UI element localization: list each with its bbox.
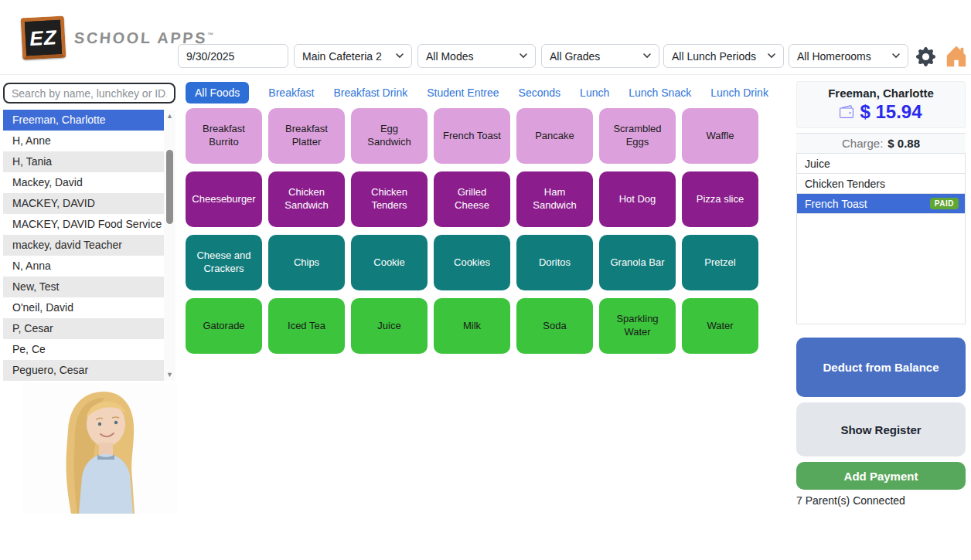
food-item-button[interactable]: Doritos bbox=[516, 235, 593, 290]
food-item-button[interactable]: Egg Sandwich bbox=[351, 108, 428, 164]
food-item-button[interactable]: Cheeseburger bbox=[186, 171, 262, 227]
order-item-name: Juice bbox=[805, 158, 959, 170]
logo-board-text: EZ bbox=[29, 25, 58, 51]
food-item-button[interactable]: Hot Dog bbox=[599, 171, 676, 227]
search-input[interactable] bbox=[3, 83, 175, 104]
student-list-item[interactable]: O'neil, David bbox=[3, 297, 164, 318]
charge-label: Charge: bbox=[842, 137, 883, 150]
food-item-button[interactable]: Scrambled Eggs bbox=[599, 108, 676, 164]
food-grid: Breakfast BurritoBreakfast PlatterEgg Sa… bbox=[186, 108, 758, 354]
food-item-button[interactable]: Pancake bbox=[516, 108, 593, 164]
food-item-button[interactable]: Ham Sandwich bbox=[516, 171, 593, 227]
food-item-button[interactable]: Cookie bbox=[351, 235, 428, 290]
student-list-item[interactable]: MACKEY, DAVID bbox=[3, 193, 164, 214]
selected-student-card: Freeman, Charlotte $ 15.94 bbox=[796, 81, 966, 128]
order-item-name: French Toast bbox=[805, 198, 930, 210]
student-list-scrollbar[interactable]: ▲ ▼ bbox=[164, 110, 175, 381]
food-item-button[interactable]: Chicken Tenders bbox=[351, 171, 428, 227]
order-list: JuiceChicken TendersFrench ToastPAID bbox=[796, 154, 966, 324]
chevron-down-icon bbox=[396, 53, 404, 59]
date-input[interactable] bbox=[178, 44, 288, 68]
student-photo bbox=[23, 382, 178, 514]
food-item-button[interactable]: Grilled Cheese bbox=[434, 171, 510, 227]
chevron-down-icon bbox=[520, 53, 527, 59]
grades-dropdown[interactable]: All Grades bbox=[541, 44, 659, 68]
chevron-down-icon bbox=[892, 53, 900, 59]
parents-connected-status: 7 Parent(s) Connected bbox=[796, 494, 905, 507]
student-list-item[interactable]: MACKEY, DAVID Food Service bbox=[3, 214, 164, 235]
student-list-item[interactable]: N, Anna bbox=[3, 256, 164, 277]
lunch-periods-dropdown[interactable]: All Lunch Periods bbox=[663, 44, 784, 68]
food-item-button[interactable]: Breakfast Platter bbox=[268, 108, 345, 164]
scroll-down-icon[interactable]: ▼ bbox=[164, 371, 175, 378]
food-item-button[interactable]: Pizza slice bbox=[682, 171, 758, 227]
student-list-item[interactable]: Freeman, Charlotte bbox=[3, 110, 164, 131]
food-item-button[interactable]: Chicken Sandwich bbox=[268, 171, 345, 227]
student-list-item[interactable]: New, Test bbox=[3, 277, 164, 297]
order-item[interactable]: French ToastPAID bbox=[797, 194, 965, 214]
student-list-item[interactable]: H, Tania bbox=[3, 151, 164, 172]
modes-dropdown[interactable]: All Modes bbox=[417, 44, 536, 68]
food-item-button[interactable]: Pretzel bbox=[682, 235, 758, 290]
food-item-button[interactable]: Breakfast Burrito bbox=[186, 108, 262, 164]
food-item-button[interactable]: Iced Tea bbox=[268, 298, 345, 354]
student-list-item[interactable]: P, Cesar bbox=[3, 318, 164, 339]
tab-lunch[interactable]: Lunch bbox=[580, 87, 609, 99]
order-item[interactable]: Chicken Tenders bbox=[797, 174, 965, 194]
tab-breakfast-drink[interactable]: Breakfast Drink bbox=[334, 87, 408, 99]
student-list-item[interactable]: Peguero, Cesar bbox=[3, 360, 164, 381]
food-item-button[interactable]: Chips bbox=[268, 235, 345, 290]
tab-breakfast[interactable]: Breakfast bbox=[268, 87, 314, 99]
tab-seconds[interactable]: Seconds bbox=[519, 87, 560, 99]
food-item-button[interactable]: Waffle bbox=[682, 108, 758, 164]
lunch-periods-dropdown-value: All Lunch Periods bbox=[672, 50, 756, 63]
charge-bar: Charge: $ 0.88 bbox=[796, 133, 966, 154]
scrollbar-thumb[interactable] bbox=[166, 150, 173, 224]
gear-icon[interactable] bbox=[916, 47, 935, 66]
chevron-down-icon bbox=[768, 53, 775, 59]
tab-lunch-snack[interactable]: Lunch Snack bbox=[629, 87, 691, 99]
order-item[interactable]: Juice bbox=[797, 154, 965, 174]
account-balance: $ 15.94 bbox=[860, 101, 922, 123]
student-list: Freeman, CharlotteH, AnneH, TaniaMackey,… bbox=[3, 110, 175, 381]
food-item-button[interactable]: Water bbox=[682, 298, 758, 354]
pos-app: EZ SCHOOL APPS™ Main Cafeteria 2 All Mod… bbox=[0, 0, 971, 560]
food-item-button[interactable]: Cheese and Crackers bbox=[186, 235, 262, 290]
order-item-name: Chicken Tenders bbox=[805, 178, 959, 190]
food-item-button[interactable]: Milk bbox=[434, 298, 510, 354]
charge-amount: $ 0.88 bbox=[888, 137, 920, 150]
wallet-icon bbox=[840, 105, 853, 119]
student-list-item[interactable]: H, Anne bbox=[3, 131, 164, 151]
tab-student-entree[interactable]: Student Entree bbox=[427, 87, 499, 99]
food-item-button[interactable]: Cookies bbox=[434, 235, 510, 290]
food-item-button[interactable]: Sparkling Water bbox=[599, 298, 676, 354]
home-icon[interactable] bbox=[945, 45, 968, 68]
add-payment-button[interactable]: Add Payment bbox=[796, 462, 966, 490]
tab-all-foods[interactable]: All Foods bbox=[186, 82, 249, 104]
paid-badge: PAID bbox=[930, 198, 959, 209]
food-tabs: All FoodsBreakfastBreakfast DrinkStudent… bbox=[186, 80, 768, 104]
header: EZ SCHOOL APPS™ Main Cafeteria 2 All Mod… bbox=[0, 0, 971, 75]
food-item-button[interactable]: Gatorade bbox=[186, 298, 262, 354]
homerooms-dropdown[interactable]: All Homerooms bbox=[789, 44, 908, 68]
scroll-up-icon[interactable]: ▲ bbox=[164, 112, 175, 120]
student-list-item[interactable]: Mackey, David bbox=[3, 172, 164, 193]
student-list-item[interactable]: mackey, david Teacher bbox=[3, 235, 164, 256]
food-item-button[interactable]: Soda bbox=[516, 298, 593, 354]
food-item-button[interactable]: French Toast bbox=[434, 108, 510, 164]
cafeteria-dropdown-value: Main Cafeteria 2 bbox=[302, 50, 382, 63]
chevron-down-icon bbox=[643, 53, 651, 59]
modes-dropdown-value: All Modes bbox=[426, 50, 473, 63]
homerooms-dropdown-value: All Homerooms bbox=[797, 50, 871, 63]
chalkboard-logo-icon: EZ bbox=[21, 16, 66, 60]
food-item-button[interactable]: Granola Bar bbox=[599, 235, 676, 290]
deduct-from-balance-button[interactable]: Deduct from Balance bbox=[796, 338, 966, 397]
grades-dropdown-value: All Grades bbox=[550, 50, 600, 63]
cafeteria-dropdown[interactable]: Main Cafeteria 2 bbox=[294, 44, 412, 68]
tab-lunch-drink[interactable]: Lunch Drink bbox=[710, 87, 768, 99]
selected-student-name: Freeman, Charlotte bbox=[828, 87, 934, 100]
trademark: ™ bbox=[207, 32, 214, 39]
food-item-button[interactable]: Juice bbox=[351, 298, 428, 354]
show-register-button[interactable]: Show Register bbox=[796, 402, 966, 456]
student-list-item[interactable]: Pe, Ce bbox=[3, 339, 164, 360]
